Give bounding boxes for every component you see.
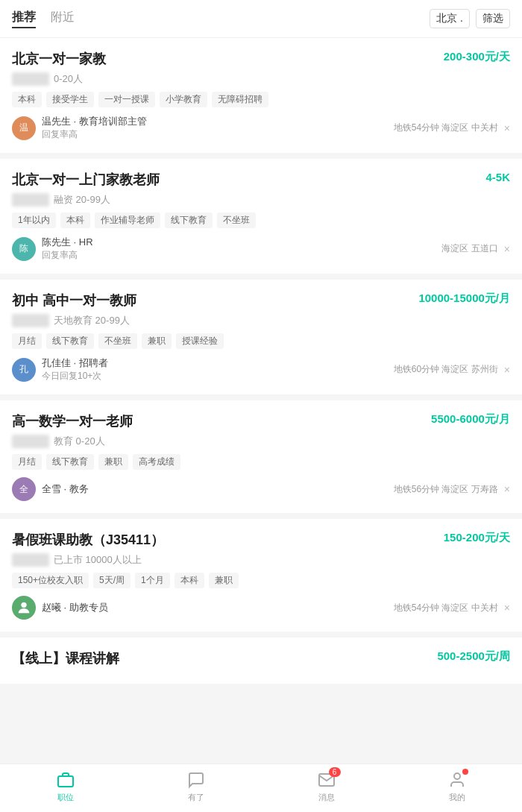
tag: 兼职 <box>209 573 239 588</box>
company-info: 融资 20-99人 <box>12 193 510 207</box>
avatar: 陈 <box>12 237 36 261</box>
job-title: 高一数学一对一老师 <box>12 412 133 430</box>
city-button[interactable]: 北京 . <box>430 9 470 28</box>
job-header: 暑假班课助教（J35411） 150-200元/天 <box>12 531 510 549</box>
tag: 线下教育 <box>165 213 213 228</box>
tag: 接受学生 <box>46 92 94 107</box>
tag: 本科 <box>60 213 90 228</box>
job-salary: 4-5K <box>485 171 510 183</box>
job-title: 北京一对一家教 <box>12 50 106 68</box>
recruiter-left: 温 温先生 · 教育培训部主管 回复率高 <box>12 115 147 141</box>
job-card[interactable]: 暑假班课助教（J35411） 150-200元/天 已上市 10000人以上 1… <box>0 519 522 632</box>
tag: 1年以内 <box>12 213 56 228</box>
company-info: 已上市 10000人以上 <box>12 553 510 567</box>
nav-item-message[interactable]: 6 消息 <box>317 770 336 803</box>
company-logo-blurred <box>12 553 49 567</box>
tag: 本科 <box>12 92 42 107</box>
close-icon[interactable]: × <box>504 364 510 376</box>
location-info: 海淀区 五道口 × <box>441 242 510 255</box>
page-content: 推荐 附近 北京 . 筛选 北京一对一家教 200-300元/天 0-20人 本… <box>0 0 522 742</box>
close-icon[interactable]: × <box>504 483 510 495</box>
job-list: 北京一对一家教 200-300元/天 0-20人 本科 接受学生 一对一授课 小… <box>0 38 522 684</box>
job-title: 暑假班课助教（J35411） <box>12 531 164 549</box>
recruiter-row: 陈 陈先生 · HR 回复率高 海淀区 五道口 × <box>12 236 510 262</box>
location-info: 地铁60分钟 海淀区 苏州街 × <box>394 363 510 376</box>
avatar: 温 <box>12 116 36 140</box>
nav-label-jobs: 职位 <box>57 792 74 803</box>
svg-point-3 <box>454 773 460 779</box>
company-logo-blurred <box>12 72 49 86</box>
company-size: 融资 20-99人 <box>54 193 110 207</box>
recruiter-row: 温 温先生 · 教育培训部主管 回复率高 地铁54分钟 海淀区 中关村 × <box>12 115 510 141</box>
job-tags: 本科 接受学生 一对一授课 小学教育 无障碍招聘 <box>12 92 510 107</box>
job-header: 北京一对一上门家教老师 4-5K <box>12 171 510 189</box>
recruiter-sub: 回复率高 <box>42 128 147 141</box>
svg-rect-1 <box>58 776 73 787</box>
location-text: 地铁56分钟 海淀区 万寿路 <box>394 483 498 496</box>
tag: 本科 <box>174 573 204 588</box>
recruiter-left: 全 全雪 · 教务 <box>12 477 89 501</box>
nav-item-profile[interactable]: 我的 <box>447 770 467 803</box>
company-size: 天地教育 20-99人 <box>54 314 130 327</box>
job-salary: 150-200元/天 <box>444 531 510 545</box>
tag: 月结 <box>12 454 42 470</box>
nav-label-message: 消息 <box>318 792 335 803</box>
job-title: 北京一对一上门家教老师 <box>12 171 160 189</box>
company-info: 天地教育 20-99人 <box>12 314 510 327</box>
tag: 不坐班 <box>217 213 256 228</box>
recruiter-name: 温先生 · 教育培训部主管 <box>42 115 147 128</box>
recruiter-row: 全 全雪 · 教务 地铁56分钟 海淀区 万寿路 × <box>12 477 510 501</box>
tag: 线下教育 <box>46 454 94 470</box>
job-card[interactable]: 北京一对一上门家教老师 4-5K 融资 20-99人 1年以内 本科 作业辅导老… <box>0 159 522 274</box>
recruiter-name: 赵曦 · 助教专员 <box>42 601 108 614</box>
close-icon[interactable]: × <box>504 243 510 255</box>
filter-button[interactable]: 筛选 <box>476 9 510 28</box>
recruiter-name: 全雪 · 教务 <box>42 482 89 496</box>
close-icon[interactable]: × <box>504 602 510 614</box>
job-card[interactable]: 【线上】课程讲解 500-2500元/周 <box>0 638 522 684</box>
location-text: 地铁54分钟 海淀区 中关村 <box>394 122 498 134</box>
company-size: 教育 0-20人 <box>54 435 105 448</box>
tab-recommend[interactable]: 推荐 <box>12 10 36 28</box>
job-tags: 150+位校友入职 5天/周 1个月 本科 兼职 <box>12 573 510 588</box>
avatar <box>12 596 36 620</box>
tag: 150+位校友入职 <box>12 573 89 588</box>
company-info: 0-20人 <box>12 72 510 86</box>
location-text: 地铁60分钟 海淀区 苏州街 <box>394 363 498 376</box>
tag: 作业辅导老师 <box>95 213 160 228</box>
recruiter-name: 陈先生 · HR <box>42 236 93 249</box>
avatar: 全 <box>12 477 36 501</box>
recruiter-left: 陈 陈先生 · HR 回复率高 <box>12 236 93 262</box>
job-salary: 10000-15000元/月 <box>418 292 510 306</box>
nav-label-youle: 有了 <box>188 792 204 803</box>
chat-bubble-icon <box>186 770 206 790</box>
tag: 不坐班 <box>98 333 137 349</box>
location-info: 地铁54分钟 海淀区 中关村 × <box>394 122 510 134</box>
job-salary: 200-300元/天 <box>444 50 510 64</box>
job-card[interactable]: 高一数学一对一老师 5500-6000元/月 教育 0-20人 月结 线下教育 … <box>0 400 522 513</box>
job-header: 【线上】课程讲解 500-2500元/周 <box>12 649 510 667</box>
recruiter-info: 温先生 · 教育培训部主管 回复率高 <box>42 115 147 141</box>
tab-nearby[interactable]: 附近 <box>51 10 75 28</box>
recruiter-name: 孔佳佳 · 招聘者 <box>42 356 108 370</box>
nav-label-profile: 我的 <box>449 792 465 803</box>
bottom-nav: 职位 有了 6 消息 我的 <box>0 764 522 812</box>
tag: 兼职 <box>98 454 128 470</box>
job-tags: 月结 线下教育 不坐班 兼职 授课经验 <box>12 333 510 349</box>
nav-item-youle[interactable]: 有了 <box>186 770 206 803</box>
top-right: 北京 . 筛选 <box>430 9 510 28</box>
close-icon[interactable]: × <box>504 122 510 134</box>
job-card[interactable]: 北京一对一家教 200-300元/天 0-20人 本科 接受学生 一对一授课 小… <box>0 38 522 153</box>
avatar: 孔 <box>12 358 36 382</box>
company-size: 已上市 10000人以上 <box>54 553 142 567</box>
job-header: 北京一对一家教 200-300元/天 <box>12 50 510 68</box>
recruiter-left: 孔 孔佳佳 · 招聘者 今日回复10+次 <box>12 356 108 383</box>
location-info: 地铁56分钟 海淀区 万寿路 × <box>394 483 510 496</box>
job-title: 初中 高中一对一教师 <box>12 292 136 309</box>
nav-item-jobs[interactable]: 职位 <box>56 770 75 803</box>
job-card[interactable]: 初中 高中一对一教师 10000-15000元/月 天地教育 20-99人 月结… <box>0 280 522 394</box>
recruiter-row: 孔 孔佳佳 · 招聘者 今日回复10+次 地铁60分钟 海淀区 苏州街 × <box>12 356 510 383</box>
profile-badge <box>462 769 468 775</box>
recruiter-left: 赵曦 · 助教专员 <box>12 596 108 620</box>
company-info: 教育 0-20人 <box>12 435 510 448</box>
